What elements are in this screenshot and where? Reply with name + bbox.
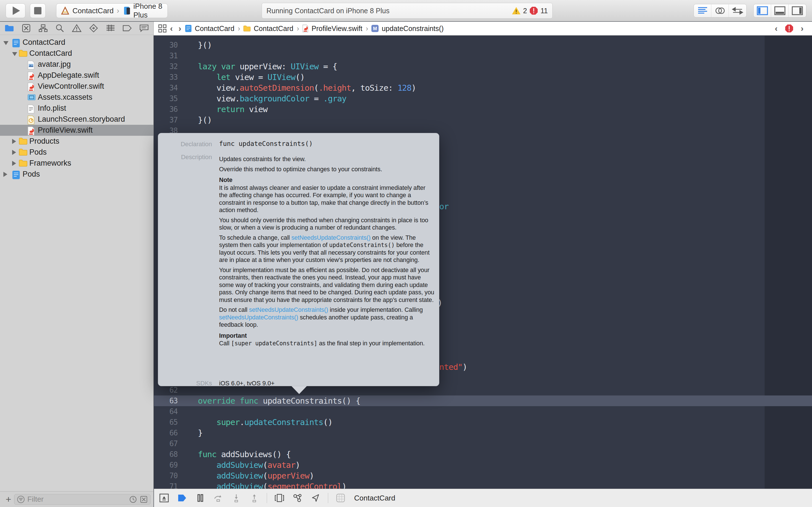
disclosure-triangle-icon[interactable] (12, 150, 16, 155)
code-line[interactable]: 65 super.updateConstraints() (154, 417, 812, 428)
navigator-panel-toggle[interactable] (754, 4, 771, 17)
tree-row[interactable]: ProfileView.swift (0, 125, 153, 136)
tree-row[interactable]: Pods (0, 169, 153, 180)
disclosure-triangle-icon[interactable] (12, 161, 16, 166)
code-line[interactable]: 32 lazy var upperView: UIView = { (154, 61, 812, 72)
tree-row[interactable]: Frameworks (0, 158, 153, 169)
step-out-icon[interactable] (249, 492, 260, 504)
line-number[interactable]: 30 (154, 40, 177, 50)
line-number[interactable]: 36 (154, 104, 177, 115)
code-line[interactable]: 36 return view (154, 104, 812, 115)
issue-navigator-icon[interactable] (72, 23, 82, 33)
tree-row[interactable]: ContactCard (0, 48, 153, 59)
view-debugger-icon[interactable] (274, 492, 285, 504)
breadcrumb-item[interactable]: ProfileView.swift (301, 24, 362, 33)
step-into-icon[interactable] (231, 492, 242, 504)
standard-editor-button[interactable] (694, 4, 711, 17)
debug-navigator-icon[interactable] (106, 23, 115, 33)
line-number[interactable]: 32 (154, 61, 177, 72)
tree-row[interactable]: avatar.jpg (0, 59, 153, 70)
doc-link[interactable]: setNeedsUpdateConstraints() (249, 306, 328, 313)
code-line[interactable]: 70 addSubview(upperView) (154, 470, 812, 481)
line-number[interactable]: 66 (154, 428, 177, 438)
code-line[interactable]: 37 }() (154, 115, 812, 125)
disclosure-triangle-icon[interactable] (12, 52, 17, 56)
code-line[interactable]: 33 let view = UIView() (154, 72, 812, 82)
breadcrumb-item[interactable]: ContactCard (184, 24, 234, 33)
code-line[interactable]: 34 view.autoSetDimension(.height, toSize… (154, 82, 812, 93)
unsaved-files-icon[interactable] (140, 495, 148, 504)
code-line[interactable]: 68 func addSubviews() { (154, 449, 812, 460)
line-number[interactable]: 68 (154, 449, 177, 460)
app-icon[interactable] (335, 492, 346, 504)
filter-field[interactable]: Filter (14, 494, 151, 505)
line-number[interactable]: 64 (154, 406, 177, 417)
disclosure-triangle-icon[interactable] (12, 139, 16, 144)
tree-row[interactable]: LaunchScreen.storyboard (0, 114, 153, 125)
report-navigator-icon[interactable] (139, 23, 149, 33)
tree-row[interactable]: ViewController.swift (0, 81, 153, 92)
issue-badges[interactable]: 2 11 (512, 6, 548, 15)
code-line[interactable]: 71 addSubview(segmentedControl) (154, 481, 812, 489)
next-issue-button[interactable]: › (801, 24, 804, 33)
code-line[interactable]: 63 override func updateConstraints() { (154, 395, 812, 406)
step-over-icon[interactable] (213, 492, 224, 504)
stop-button[interactable] (30, 3, 46, 18)
line-number[interactable]: 37 (154, 115, 177, 125)
disclosure-triangle-icon[interactable] (3, 41, 8, 45)
line-number[interactable]: 33 (154, 72, 177, 82)
code-line[interactable]: 30 }() (154, 40, 812, 50)
pause-icon[interactable] (195, 492, 206, 504)
line-number[interactable]: 71 (154, 481, 177, 489)
code-line[interactable]: 64 (154, 406, 812, 417)
line-number[interactable]: 31 (154, 50, 177, 61)
breakpoints-toggle-icon[interactable] (176, 492, 188, 504)
recent-files-clock-icon[interactable] (129, 495, 137, 504)
breadcrumb-item[interactable]: MupdateConstraints() (370, 24, 444, 33)
previous-issue-button[interactable]: ‹ (775, 24, 777, 33)
symbol-navigator-icon[interactable] (38, 23, 48, 33)
breakpoint-navigator-icon[interactable] (122, 23, 132, 33)
tree-row[interactable]: Products (0, 136, 153, 147)
code-line[interactable]: 67 (154, 438, 812, 449)
simulate-location-icon[interactable] (310, 492, 321, 504)
assistant-editor-button[interactable] (711, 4, 729, 17)
tree-row[interactable]: AppDelegate.swift (0, 70, 153, 81)
project-navigator-icon[interactable] (4, 23, 14, 33)
debug-area-toggle-icon[interactable] (158, 492, 170, 504)
debug-panel-toggle[interactable] (771, 4, 789, 17)
add-button[interactable]: + (3, 494, 14, 505)
code-line[interactable]: 31 (154, 50, 812, 61)
line-number[interactable]: 69 (154, 460, 177, 470)
version-editor-button[interactable] (729, 4, 746, 17)
line-number[interactable]: 65 (154, 417, 177, 428)
doc-link[interactable]: setNeedsUpdateConstraints() (219, 314, 298, 321)
tree-row[interactable]: Info.plist (0, 103, 153, 114)
tree-row[interactable]: ContactCard (0, 37, 153, 48)
inspector-panel-toggle[interactable] (789, 4, 806, 17)
source-control-navigator-icon[interactable] (21, 23, 31, 33)
tree-row[interactable]: Assets.xcassets (0, 92, 153, 103)
test-navigator-icon[interactable] (89, 23, 98, 33)
disclosure-triangle-icon[interactable] (3, 172, 7, 177)
doc-link[interactable]: setNeedsUpdateConstraints() (292, 234, 371, 241)
debug-process-label[interactable]: ContactCard (354, 494, 395, 503)
line-number[interactable]: 35 (154, 93, 177, 104)
code-line[interactable]: 66 } (154, 428, 812, 438)
forward-button[interactable]: › (179, 24, 181, 33)
find-navigator-icon[interactable] (55, 23, 64, 33)
line-number[interactable]: 67 (154, 438, 177, 449)
code-line[interactable]: 35 view.backgroundColor = .gray (154, 93, 812, 104)
tree-row[interactable]: Pods (0, 147, 153, 158)
line-number[interactable]: 70 (154, 470, 177, 481)
back-button[interactable]: ‹ (170, 24, 173, 33)
run-button[interactable] (6, 3, 26, 18)
line-number[interactable]: 34 (154, 82, 177, 93)
breadcrumb-item[interactable]: ContactCard (243, 24, 293, 33)
scheme-selector[interactable]: ContactCard › iPhone 8 Plus (56, 3, 168, 18)
line-number[interactable]: 63 (154, 395, 177, 406)
jumpbar-error-icon[interactable] (784, 24, 794, 33)
memory-graph-icon[interactable] (292, 492, 303, 504)
code-line[interactable]: 69 addSubview(avatar) (154, 460, 812, 470)
related-items-icon[interactable] (158, 24, 167, 33)
